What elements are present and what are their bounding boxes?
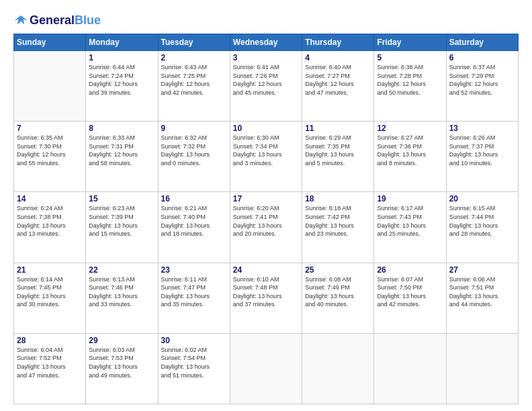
day-info: Sunrise: 6:37 AMSunset: 7:29 PMDaylight:… — [449, 63, 515, 97]
calendar-cell: 20Sunrise: 6:15 AMSunset: 7:44 PMDayligh… — [446, 192, 518, 263]
week-row-1: 1Sunrise: 6:44 AMSunset: 7:24 PMDaylight… — [14, 51, 519, 122]
calendar-cell: 30Sunrise: 6:02 AMSunset: 7:54 PMDayligh… — [158, 333, 230, 404]
calendar-cell: 21Sunrise: 6:14 AMSunset: 7:45 PMDayligh… — [14, 263, 86, 333]
calendar-cell: 6Sunrise: 6:37 AMSunset: 7:29 PMDaylight… — [446, 51, 518, 122]
logo-text: GeneralBlue — [30, 14, 101, 28]
day-number: 14 — [17, 194, 83, 203]
day-info: Sunrise: 6:03 AMSunset: 7:53 PMDaylight:… — [89, 346, 154, 379]
day-info: Sunrise: 6:30 AMSunset: 7:34 PMDaylight:… — [233, 134, 299, 167]
day-number: 15 — [89, 194, 154, 203]
calendar-cell: 15Sunrise: 6:23 AMSunset: 7:39 PMDayligh… — [86, 192, 158, 263]
day-number: 4 — [305, 53, 371, 62]
calendar-cell: 17Sunrise: 6:20 AMSunset: 7:41 PMDayligh… — [230, 192, 302, 263]
calendar-cell: 11Sunrise: 6:29 AMSunset: 7:35 PMDayligh… — [302, 122, 374, 192]
week-row-5: 28Sunrise: 6:04 AMSunset: 7:52 PMDayligh… — [14, 333, 519, 404]
weekday-friday: Friday — [374, 34, 446, 51]
day-info: Sunrise: 6:17 AMSunset: 7:43 PMDaylight:… — [377, 204, 443, 238]
day-info: Sunrise: 6:33 AMSunset: 7:31 PMDaylight:… — [89, 134, 154, 167]
day-info: Sunrise: 6:21 AMSunset: 7:40 PMDaylight:… — [161, 204, 227, 238]
day-info: Sunrise: 6:10 AMSunset: 7:48 PMDaylight:… — [233, 275, 299, 309]
calendar-cell: 27Sunrise: 6:06 AMSunset: 7:51 PMDayligh… — [446, 263, 518, 333]
calendar-cell: 7Sunrise: 6:35 AMSunset: 7:30 PMDaylight… — [14, 122, 86, 192]
day-info: Sunrise: 6:08 AMSunset: 7:49 PMDaylight:… — [305, 275, 371, 309]
day-info: Sunrise: 6:20 AMSunset: 7:41 PMDaylight:… — [233, 204, 299, 238]
day-info: Sunrise: 6:18 AMSunset: 7:42 PMDaylight:… — [305, 204, 371, 238]
weekday-monday: Monday — [86, 34, 158, 51]
day-number: 23 — [161, 265, 227, 275]
day-number: 19 — [377, 194, 443, 203]
day-number: 22 — [89, 265, 154, 275]
calendar-cell — [230, 333, 302, 404]
calendar-cell: 13Sunrise: 6:26 AMSunset: 7:37 PMDayligh… — [446, 122, 518, 192]
day-info: Sunrise: 6:43 AMSunset: 7:25 PMDaylight:… — [161, 63, 227, 97]
page: GeneralBlue SundayMondayTuesdayWednesday… — [0, 0, 532, 411]
day-number: 3 — [233, 53, 299, 62]
day-number: 21 — [17, 265, 83, 275]
day-number: 24 — [233, 265, 299, 275]
day-info: Sunrise: 6:02 AMSunset: 7:54 PMDaylight:… — [161, 346, 227, 379]
calendar-cell: 23Sunrise: 6:11 AMSunset: 7:47 PMDayligh… — [158, 263, 230, 333]
day-info: Sunrise: 6:35 AMSunset: 7:30 PMDaylight:… — [17, 134, 83, 167]
calendar-cell: 5Sunrise: 6:38 AMSunset: 7:28 PMDaylight… — [374, 51, 446, 122]
week-row-4: 21Sunrise: 6:14 AMSunset: 7:45 PMDayligh… — [14, 263, 519, 333]
calendar-table: SundayMondayTuesdayWednesdayThursdayFrid… — [13, 34, 519, 404]
day-info: Sunrise: 6:24 AMSunset: 7:38 PMDaylight:… — [17, 204, 83, 238]
calendar-cell — [302, 333, 374, 404]
day-info: Sunrise: 6:29 AMSunset: 7:35 PMDaylight:… — [305, 134, 371, 167]
day-number: 11 — [305, 124, 371, 133]
week-row-3: 14Sunrise: 6:24 AMSunset: 7:38 PMDayligh… — [14, 192, 519, 263]
day-info: Sunrise: 6:04 AMSunset: 7:52 PMDaylight:… — [17, 346, 83, 379]
day-number: 1 — [89, 53, 154, 62]
weekday-sunday: Sunday — [14, 34, 86, 51]
day-info: Sunrise: 6:07 AMSunset: 7:50 PMDaylight:… — [377, 275, 443, 309]
weekday-thursday: Thursday — [302, 34, 374, 51]
day-number: 6 — [449, 53, 515, 62]
day-number: 27 — [449, 265, 515, 275]
day-number: 10 — [233, 124, 299, 133]
day-number: 26 — [377, 265, 443, 275]
weekday-tuesday: Tuesday — [158, 34, 230, 51]
weekday-wednesday: Wednesday — [230, 34, 302, 51]
svg-marker-0 — [14, 15, 27, 24]
day-number: 13 — [449, 124, 515, 133]
day-info: Sunrise: 6:11 AMSunset: 7:47 PMDaylight:… — [161, 275, 227, 309]
calendar-cell — [14, 51, 86, 122]
day-info: Sunrise: 6:13 AMSunset: 7:46 PMDaylight:… — [89, 275, 154, 309]
calendar-cell: 18Sunrise: 6:18 AMSunset: 7:42 PMDayligh… — [302, 192, 374, 263]
day-info: Sunrise: 6:23 AMSunset: 7:39 PMDaylight:… — [89, 204, 154, 238]
day-info: Sunrise: 6:44 AMSunset: 7:24 PMDaylight:… — [89, 63, 154, 97]
calendar-cell: 1Sunrise: 6:44 AMSunset: 7:24 PMDaylight… — [86, 51, 158, 122]
day-info: Sunrise: 6:41 AMSunset: 7:26 PMDaylight:… — [233, 63, 299, 97]
calendar-cell: 14Sunrise: 6:24 AMSunset: 7:38 PMDayligh… — [14, 192, 86, 263]
day-number: 28 — [17, 336, 83, 345]
day-number: 20 — [449, 194, 515, 203]
calendar-cell — [374, 333, 446, 404]
calendar-cell: 3Sunrise: 6:41 AMSunset: 7:26 PMDaylight… — [230, 51, 302, 122]
weekday-saturday: Saturday — [446, 34, 518, 51]
calendar-cell: 8Sunrise: 6:33 AMSunset: 7:31 PMDaylight… — [86, 122, 158, 192]
day-info: Sunrise: 6:15 AMSunset: 7:44 PMDaylight:… — [449, 204, 515, 238]
calendar-cell: 29Sunrise: 6:03 AMSunset: 7:53 PMDayligh… — [86, 333, 158, 404]
weekday-header-row: SundayMondayTuesdayWednesdayThursdayFrid… — [14, 34, 519, 51]
calendar-cell: 10Sunrise: 6:30 AMSunset: 7:34 PMDayligh… — [230, 122, 302, 192]
day-number: 30 — [161, 336, 227, 345]
calendar-cell: 2Sunrise: 6:43 AMSunset: 7:25 PMDaylight… — [158, 51, 230, 122]
day-number: 29 — [89, 336, 154, 345]
header: GeneralBlue — [13, 13, 519, 28]
calendar-cell: 12Sunrise: 6:27 AMSunset: 7:36 PMDayligh… — [374, 122, 446, 192]
day-number: 7 — [17, 124, 83, 133]
day-number: 18 — [305, 194, 371, 203]
day-number: 5 — [377, 53, 443, 62]
day-info: Sunrise: 6:26 AMSunset: 7:37 PMDaylight:… — [449, 134, 515, 167]
day-number: 12 — [377, 124, 443, 133]
calendar-cell: 16Sunrise: 6:21 AMSunset: 7:40 PMDayligh… — [158, 192, 230, 263]
day-number: 17 — [233, 194, 299, 203]
day-info: Sunrise: 6:32 AMSunset: 7:32 PMDaylight:… — [161, 134, 227, 167]
calendar-cell: 25Sunrise: 6:08 AMSunset: 7:49 PMDayligh… — [302, 263, 374, 333]
day-info: Sunrise: 6:14 AMSunset: 7:45 PMDaylight:… — [17, 275, 83, 309]
calendar-cell: 22Sunrise: 6:13 AMSunset: 7:46 PMDayligh… — [86, 263, 158, 333]
day-number: 16 — [161, 194, 227, 203]
calendar-cell: 28Sunrise: 6:04 AMSunset: 7:52 PMDayligh… — [14, 333, 86, 404]
calendar-cell: 9Sunrise: 6:32 AMSunset: 7:32 PMDaylight… — [158, 122, 230, 192]
day-info: Sunrise: 6:38 AMSunset: 7:28 PMDaylight:… — [377, 63, 443, 97]
